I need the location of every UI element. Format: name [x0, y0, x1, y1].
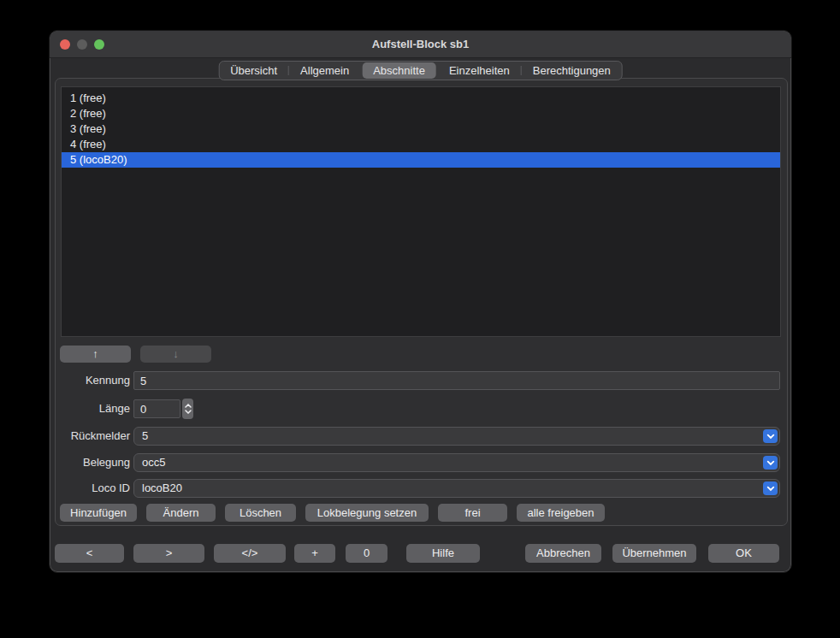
abbrechen-button[interactable]: Abbrechen	[525, 544, 601, 563]
chevron-up-icon	[185, 404, 192, 408]
tab-allgemein[interactable]: Allgemein	[289, 62, 360, 80]
list-item-selected[interactable]: 5 (locoB20)	[62, 152, 780, 168]
loco-id-label: Loco ID	[58, 479, 130, 498]
tab-einzelheiten[interactable]: Einzelheiten	[438, 62, 521, 80]
chevron-down-icon	[766, 460, 775, 466]
zero-button[interactable]: 0	[346, 544, 387, 563]
laenge-label: Länge	[58, 399, 130, 418]
list-item[interactable]: 3 (free)	[62, 121, 780, 137]
belegung-combobox[interactable]: occ5	[133, 453, 780, 472]
window-title: Aufstell-Block sb1	[50, 31, 791, 58]
dropdown-button[interactable]	[763, 429, 778, 443]
tab-uebersicht[interactable]: Übersicht	[219, 62, 288, 80]
list-item[interactable]: 2 (free)	[62, 106, 780, 121]
tab-bar: Übersicht Allgemein Abschnitte Einzelhei…	[218, 61, 623, 80]
rueckmelder-combobox[interactable]: 5	[133, 427, 780, 446]
move-down-button[interactable]: ↓	[140, 346, 211, 363]
move-up-button[interactable]: ↑	[60, 346, 131, 363]
frei-button[interactable]: frei	[438, 504, 507, 522]
ok-button[interactable]: OK	[708, 544, 779, 563]
alle-freigeben-button[interactable]: alle freigeben	[517, 504, 605, 522]
rueckmelder-label: Rückmelder	[58, 427, 130, 446]
chevron-down-icon	[185, 410, 192, 414]
loeschen-button[interactable]: Löschen	[225, 504, 296, 522]
kennung-label: Kennung	[58, 371, 130, 390]
plus-button[interactable]: +	[294, 544, 335, 563]
belegung-label: Belegung	[58, 453, 130, 472]
prev-button[interactable]: <	[55, 544, 124, 563]
lokbelegung-setzen-button[interactable]: Lokbelegung setzen	[305, 504, 429, 522]
laenge-input[interactable]	[133, 399, 180, 418]
section-list[interactable]: 1 (free) 2 (free) 3 (free) 4 (free) 5 (l…	[61, 86, 781, 337]
tab-berechtigungen[interactable]: Berechtigungen	[522, 62, 622, 80]
laenge-stepper[interactable]	[182, 399, 193, 419]
next-button[interactable]: >	[133, 544, 204, 563]
dialog-window: Aufstell-Block sb1 Übersicht Allgemein A…	[49, 30, 792, 573]
dropdown-button[interactable]	[763, 481, 778, 495]
hinzufuegen-button[interactable]: Hinzufügen	[60, 504, 137, 522]
aendern-button[interactable]: Ändern	[146, 504, 216, 522]
belegung-value: occ5	[142, 454, 165, 471]
tab-divider	[360, 66, 361, 75]
chevron-down-icon	[766, 486, 775, 492]
title-bar[interactable]: Aufstell-Block sb1	[50, 31, 791, 58]
rueckmelder-value: 5	[142, 428, 148, 445]
hilfe-button[interactable]: Hilfe	[406, 544, 480, 563]
code-view-button[interactable]: </>	[214, 544, 286, 563]
loco-id-value: locoB20	[142, 480, 182, 497]
list-item[interactable]: 1 (free)	[62, 91, 780, 106]
chevron-down-icon	[766, 434, 775, 440]
uebernehmen-button[interactable]: Übernehmen	[612, 544, 696, 563]
dropdown-button[interactable]	[763, 456, 778, 470]
kennung-input[interactable]	[133, 371, 780, 390]
loco-id-combobox[interactable]: locoB20	[133, 479, 780, 498]
tab-abschnitte[interactable]: Abschnitte	[362, 62, 436, 79]
list-item[interactable]: 4 (free)	[62, 137, 780, 152]
